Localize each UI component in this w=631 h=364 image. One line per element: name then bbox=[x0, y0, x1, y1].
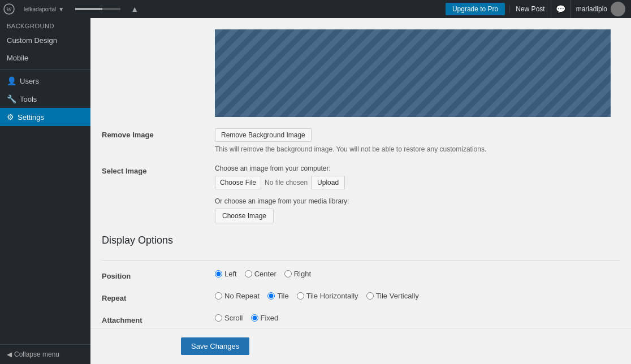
repeat-no-repeat[interactable]: No Repeat bbox=[215, 292, 260, 300]
tools-label: Tools bbox=[20, 95, 37, 103]
avatar bbox=[611, 2, 625, 16]
repeat-tile-v[interactable]: Tile Vertically bbox=[366, 292, 419, 300]
remove-hint-text: This will remove the background image. Y… bbox=[215, 145, 620, 153]
collapse-arrow[interactable]: ▲ bbox=[131, 5, 139, 14]
sidebar-item-mobile[interactable]: Mobile bbox=[0, 49, 90, 67]
users-label: Users bbox=[20, 77, 39, 85]
collapse-menu-button[interactable]: ◀ Collapse menu bbox=[0, 344, 90, 364]
attachment-label: Attachment bbox=[102, 314, 215, 324]
remove-image-row: Remove Image Remove Background Image Thi… bbox=[102, 128, 620, 153]
settings-label: Settings bbox=[18, 113, 44, 122]
layout: Background Custom Design Mobile 👤 Users … bbox=[0, 18, 631, 364]
repeat-label: Repeat bbox=[102, 292, 215, 302]
attachment-radio-group: Scroll Fixed bbox=[215, 314, 620, 322]
repeat-radio-group: No Repeat Tile Tile Horizontally Tile Ve… bbox=[215, 292, 620, 300]
repeat-tile[interactable]: Tile bbox=[267, 292, 288, 300]
remove-image-label: Remove Image bbox=[102, 128, 215, 139]
admin-bar: W lefkadaportal ▼ ▲ Upgrade to Pro New P… bbox=[0, 0, 631, 18]
custom-design-label: Custom Design bbox=[7, 36, 57, 45]
position-row: Position Left Center Right bbox=[102, 270, 620, 280]
sidebar-item-settings[interactable]: ⚙ Settings bbox=[0, 108, 90, 126]
tools-icon: 🔧 bbox=[7, 94, 16, 103]
collapse-arrow-icon: ◀ bbox=[7, 350, 12, 358]
remove-image-field: Remove Background Image This will remove… bbox=[215, 128, 620, 153]
attachment-row: Attachment Scroll Fixed bbox=[102, 314, 620, 324]
position-label: Position bbox=[102, 270, 215, 280]
comments-icon[interactable]: 💬 bbox=[551, 0, 570, 18]
user-menu[interactable]: mariadiplo bbox=[570, 0, 631, 18]
attachment-fixed[interactable]: Fixed bbox=[251, 314, 279, 322]
mobile-label: Mobile bbox=[7, 54, 28, 62]
file-input-row: Choose File No file chosen Upload bbox=[215, 176, 620, 189]
select-image-row: Select Image Choose an image from your c… bbox=[102, 164, 620, 223]
position-right[interactable]: Right bbox=[284, 270, 311, 278]
background-preview bbox=[215, 29, 611, 117]
repeat-field: No Repeat Tile Tile Horizontally Tile Ve… bbox=[215, 292, 620, 300]
sidebar-section-background: Background bbox=[0, 18, 90, 32]
users-icon: 👤 bbox=[7, 76, 16, 85]
choose-from-computer-label: Choose an image from your computer: bbox=[215, 164, 620, 172]
save-bar: Save Changes bbox=[90, 328, 631, 364]
attachment-scroll[interactable]: Scroll bbox=[215, 314, 243, 322]
select-image-label: Select Image bbox=[102, 164, 215, 175]
position-radio-group: Left Center Right bbox=[215, 270, 620, 278]
progress-bar bbox=[75, 8, 120, 10]
choose-image-button[interactable]: Choose Image bbox=[215, 209, 274, 223]
save-changes-button[interactable]: Save Changes bbox=[181, 337, 249, 355]
position-left[interactable]: Left bbox=[215, 270, 237, 278]
page-wrapper: Remove Image Remove Background Image Thi… bbox=[90, 18, 631, 364]
sidebar-item-tools[interactable]: 🔧 Tools bbox=[0, 90, 90, 108]
repeat-tile-h[interactable]: Tile Horizontally bbox=[297, 292, 358, 300]
position-field: Left Center Right bbox=[215, 270, 620, 278]
display-options-heading: Display Options bbox=[102, 235, 620, 251]
position-center[interactable]: Center bbox=[245, 270, 276, 278]
upload-button[interactable]: Upload bbox=[311, 176, 345, 189]
choose-file-button[interactable]: Choose File bbox=[215, 176, 261, 189]
new-post-link[interactable]: New Post bbox=[509, 5, 550, 13]
select-image-field: Choose an image from your computer: Choo… bbox=[215, 164, 620, 223]
svg-text:W: W bbox=[6, 6, 12, 12]
sidebar-item-users[interactable]: 👤 Users bbox=[0, 72, 90, 90]
choose-from-media-label: Or choose an image from your media libra… bbox=[215, 197, 620, 205]
main-content-area: Remove Image Remove Background Image Thi… bbox=[90, 18, 631, 328]
upgrade-button[interactable]: Upgrade to Pro bbox=[446, 3, 505, 15]
sidebar-item-custom-design[interactable]: Custom Design bbox=[0, 32, 90, 49]
remove-background-button[interactable]: Remove Background Image bbox=[215, 128, 312, 142]
main-scroll: Remove Image Remove Background Image Thi… bbox=[90, 18, 631, 328]
wordpress-logo: W bbox=[0, 0, 18, 18]
settings-icon: ⚙ bbox=[7, 112, 14, 122]
sidebar: Background Custom Design Mobile 👤 Users … bbox=[0, 18, 90, 364]
attachment-field: Scroll Fixed bbox=[215, 314, 620, 322]
repeat-row: Repeat No Repeat Tile Tile Horizontally bbox=[102, 292, 620, 302]
site-name[interactable]: lefkadaportal ▼ bbox=[18, 6, 70, 12]
file-name-text: No file chosen bbox=[265, 179, 308, 187]
